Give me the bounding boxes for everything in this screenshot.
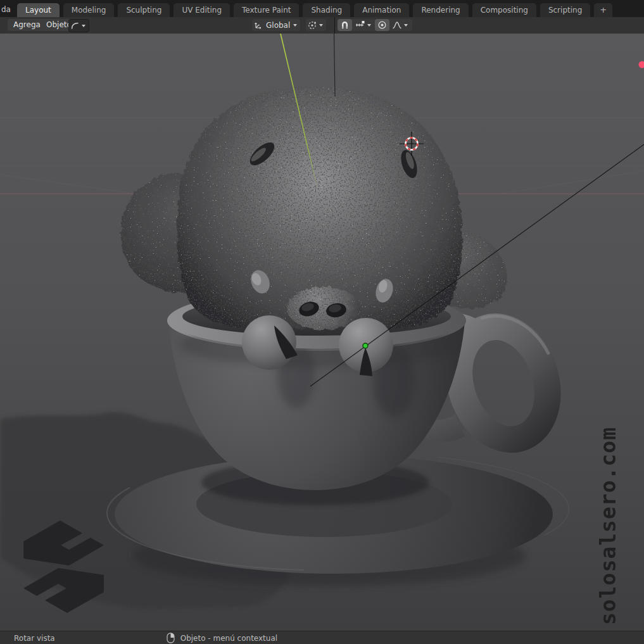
tab-rendering[interactable]: Rendering [413, 3, 468, 17]
tab-shading[interactable]: Shading [303, 3, 350, 17]
chevron-down-icon [293, 24, 297, 27]
viewport-header: Agregar Objeto Global [0, 17, 644, 34]
transform-orientation-value: Global [266, 21, 290, 30]
mode-options-dropdown[interactable] [68, 19, 89, 32]
tab-modeling[interactable]: Modeling [63, 3, 115, 17]
3d-viewport[interactable] [0, 34, 644, 631]
tab-uv-editing[interactable]: UV Editing [174, 3, 230, 17]
snapping-group [338, 19, 376, 31]
chevron-down-icon [404, 24, 408, 27]
chevron-down-icon [82, 25, 85, 27]
snap-toggle-button[interactable] [338, 19, 352, 31]
proportional-editing-icon [377, 20, 387, 30]
snap-increment-icon [355, 20, 365, 30]
axes-icon [253, 20, 263, 30]
tab-texture-paint[interactable]: Texture Paint [234, 3, 299, 17]
area-border[interactable] [334, 17, 335, 34]
clipped-menu-text: da [1, 5, 11, 14]
tab-animation[interactable]: Animation [354, 3, 409, 17]
transform-orientation-dropdown[interactable]: Global [252, 19, 300, 31]
workspace-tabbar: da Layout Modeling Sculpting UV Editing … [0, 0, 644, 17]
tab-compositing[interactable]: Compositing [472, 3, 536, 17]
add-workspace-button[interactable]: + [594, 3, 612, 17]
watermark-text: solosalsero.com [596, 459, 621, 625]
status-bar: Rotar vista Objeto - menú contextual [0, 631, 644, 644]
chevron-down-icon [367, 24, 371, 27]
object-origin-dot[interactable] [363, 343, 368, 348]
snap-with-dropdown[interactable] [352, 19, 376, 31]
chevron-down-icon [319, 24, 323, 27]
status-keymap-right: Objeto - menú contextual [180, 634, 277, 643]
tab-layout[interactable]: Layout [17, 3, 60, 17]
tab-sculpting[interactable]: Sculpting [118, 3, 170, 17]
status-keymap-left: Rotar vista [14, 634, 55, 643]
falloff-curve-icon [392, 20, 402, 30]
pivot-point-dropdown[interactable] [306, 19, 326, 31]
tab-scripting[interactable]: Scripting [540, 3, 590, 17]
proportional-editing-toggle[interactable] [375, 19, 389, 31]
proportional-falloff-dropdown[interactable] [389, 19, 412, 31]
pivot-point-icon [307, 20, 317, 30]
proportional-editing-group [375, 19, 412, 31]
viewport-canvas [0, 34, 644, 631]
right-mouse-button-icon [167, 633, 175, 643]
magnet-icon [340, 20, 350, 30]
falloff-curve-icon [70, 21, 80, 30]
